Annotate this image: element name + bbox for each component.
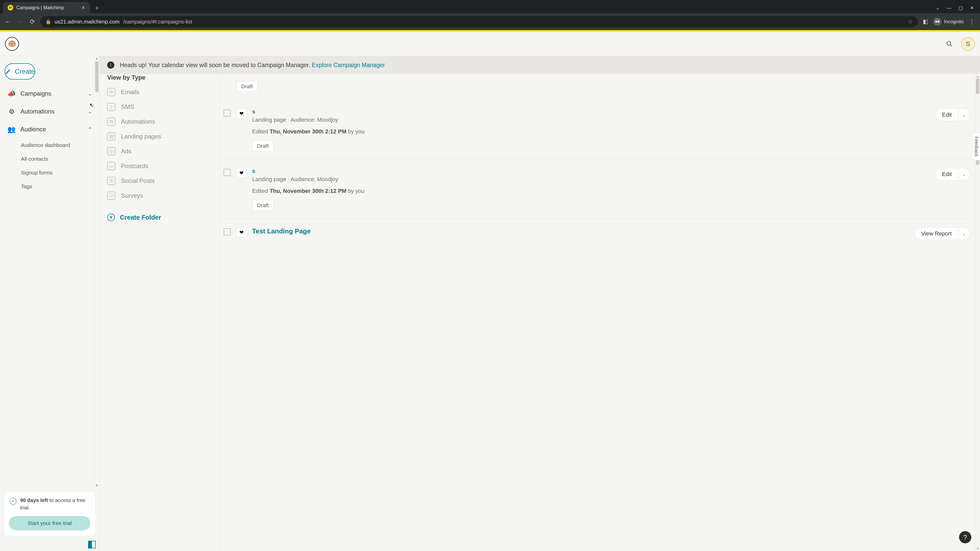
- incognito-label: Incognito: [944, 19, 964, 24]
- scroll-down-icon[interactable]: ▼: [975, 546, 980, 551]
- campaign-checkbox[interactable]: [224, 169, 231, 176]
- filter-column: View by Type ✉Emails ▯SMS ⇆Automations ▤…: [100, 56, 220, 551]
- chevron-down-icon[interactable]: ⌄: [958, 168, 969, 180]
- window-minimize-icon[interactable]: —: [947, 5, 951, 11]
- tab-search-icon[interactable]: ⌄: [936, 5, 940, 11]
- phone-icon: ▯: [107, 103, 115, 111]
- app-header: 🐵 S: [0, 32, 980, 56]
- filter-social-posts[interactable]: ☰Social Posts: [100, 173, 219, 188]
- filter-ads[interactable]: ◎Ads: [100, 144, 219, 159]
- survey-icon: ☑: [107, 192, 115, 200]
- campaign-title[interactable]: Test Landing Page: [252, 227, 909, 235]
- sidebar-sub-all-contacts[interactable]: All contacts: [0, 152, 99, 166]
- scroll-down-icon[interactable]: ▼: [94, 483, 99, 488]
- create-folder-button[interactable]: + Create Folder: [107, 208, 212, 221]
- ads-icon: ◎: [107, 147, 115, 156]
- browser-tab-strip: ✉ Campaigns | Mailchimp ✕ ＋ ⌄ — ▢ ✕: [0, 0, 980, 13]
- browser-menu-icon[interactable]: ⋮: [967, 18, 977, 25]
- view-report-dropdown-button[interactable]: View Report ⌄: [915, 227, 970, 240]
- edit-button-label: Edit: [935, 111, 958, 118]
- nav-back-icon[interactable]: ←: [3, 17, 12, 26]
- sidebar-item-audience[interactable]: 👥 Audience ⌃: [0, 121, 99, 138]
- campaign-row: ❤ Test Landing Page View Report ⌄: [220, 218, 980, 240]
- extensions-icon[interactable]: ◧: [921, 17, 930, 26]
- incognito-indicator[interactable]: 🕶 Incognito: [933, 17, 964, 26]
- scroll-up-icon[interactable]: ▲: [975, 74, 980, 79]
- edit-button-label: Edit: [935, 171, 958, 178]
- landing-page-thumbnail-icon: ❤: [236, 168, 247, 178]
- filter-label: SMS: [121, 103, 134, 110]
- sidebar-sub-signup-forms[interactable]: Signup forms: [0, 166, 99, 179]
- campaign-subtitle: Landing page · Audience: Moodjoy: [252, 117, 929, 123]
- landing-page-thumbnail-icon: ❤: [236, 227, 247, 238]
- edit-dropdown-button[interactable]: Edit ⌄: [935, 168, 970, 181]
- search-icon[interactable]: [943, 37, 956, 51]
- browser-tab[interactable]: ✉ Campaigns | Mailchimp ✕: [3, 2, 90, 13]
- view-by-type-heading: View by Type: [100, 74, 219, 85]
- scroll-up-icon[interactable]: ▲: [94, 56, 99, 61]
- sidebar-scrollbar[interactable]: ▲ ▼: [94, 56, 99, 488]
- lock-icon: 🔒: [45, 19, 51, 24]
- sidebar-item-automations[interactable]: ⚙ Automations ⌄: [0, 103, 99, 121]
- window-close-icon[interactable]: ✕: [970, 5, 974, 11]
- chevron-up-icon: ⌃: [88, 126, 92, 132]
- banner-link[interactable]: Explore Campaign Manager: [312, 62, 385, 68]
- sidebar: Create 📣 Campaigns ⌄ ⚙ Automations ⌄ 👥: [0, 56, 100, 551]
- chevron-down-icon[interactable]: ⌄: [958, 227, 969, 240]
- feedback-tab[interactable]: Feedback: [972, 133, 980, 160]
- sidebar-sub-audience-dashboard[interactable]: Audience dashboard: [0, 138, 99, 152]
- filter-label: Emails: [121, 89, 139, 96]
- close-tab-icon[interactable]: ✕: [81, 5, 85, 11]
- filter-landing-pages[interactable]: ▤Landing pages: [100, 129, 219, 144]
- url-field[interactable]: 🔒 us21.admin.mailchimp.com/campaigns/#t:…: [40, 16, 918, 27]
- trial-callout: 🕘 90 days left to access a free trial. S…: [3, 491, 96, 536]
- sidebar-item-label: Campaigns: [21, 90, 51, 97]
- help-bubble-icon[interactable]: ?: [959, 531, 971, 543]
- start-trial-button[interactable]: Start your free trial: [9, 516, 90, 530]
- new-tab-button[interactable]: ＋: [92, 3, 102, 13]
- sidebar-item-campaigns[interactable]: 📣 Campaigns ⌄: [0, 85, 99, 103]
- audience-icon: 👥: [7, 125, 16, 133]
- filter-automations[interactable]: ⇆Automations: [100, 114, 219, 129]
- address-bar: ← → ⟳ 🔒 us21.admin.mailchimp.com/campaig…: [0, 13, 980, 30]
- url-host: us21.admin.mailchimp.com: [55, 19, 119, 25]
- filter-emails[interactable]: ✉Emails: [100, 85, 219, 100]
- chevron-down-icon[interactable]: ⌄: [958, 109, 969, 121]
- sidebar-sub-tags[interactable]: Tags: [0, 179, 99, 193]
- mailchimp-logo-icon[interactable]: 🐵: [5, 37, 19, 51]
- nav-forward-icon: →: [16, 17, 24, 26]
- campaign-checkbox[interactable]: [224, 228, 231, 235]
- flow-icon: ⇆: [107, 118, 115, 126]
- nav-reload-icon[interactable]: ⟳: [28, 17, 37, 26]
- window-maximize-icon[interactable]: ▢: [959, 5, 963, 11]
- account-avatar[interactable]: S: [961, 37, 975, 51]
- campaign-checkbox[interactable]: [224, 110, 231, 117]
- create-button[interactable]: Create: [5, 63, 35, 79]
- filter-label: Landing pages: [121, 133, 161, 140]
- collapse-sidebar-icon[interactable]: [88, 541, 96, 548]
- pencil-icon: [5, 68, 11, 75]
- edit-dropdown-button[interactable]: Edit ⌄: [935, 108, 970, 121]
- filter-sms[interactable]: ▯SMS: [100, 100, 219, 114]
- filter-label: Postcards: [121, 162, 148, 170]
- clock-icon: 🕘: [9, 497, 17, 507]
- banner-text: Heads up! Your calendar view will soon b…: [120, 62, 312, 68]
- incognito-icon: 🕶: [933, 17, 942, 26]
- campaign-list: Draft ❤ s Landing page · Audience: Moodj…: [220, 56, 980, 551]
- filter-label: Ads: [121, 148, 131, 155]
- social-icon: ☰: [107, 177, 115, 185]
- bookmark-star-icon[interactable]: ☆: [908, 18, 913, 25]
- view-report-label: View Report: [915, 230, 958, 237]
- campaign-edited-line: Edited Thu, November 30th 2:12 PM by you: [252, 128, 929, 135]
- status-badge: Draft: [252, 141, 274, 151]
- scrollbar-thumb[interactable]: [95, 61, 99, 92]
- chevron-down-icon: ⌄: [88, 108, 92, 114]
- campaign-title[interactable]: s: [252, 168, 929, 175]
- campaign-title[interactable]: s: [252, 108, 929, 115]
- sidebar-item-label: Automations: [21, 108, 54, 115]
- scrollbar-thumb[interactable]: [976, 79, 979, 94]
- sidebar-item-label: Audience: [21, 126, 46, 133]
- filter-label: Automations: [121, 118, 155, 125]
- filter-postcards[interactable]: ▭Postcards: [100, 159, 219, 173]
- filter-surveys[interactable]: ☑Surveys: [100, 188, 219, 203]
